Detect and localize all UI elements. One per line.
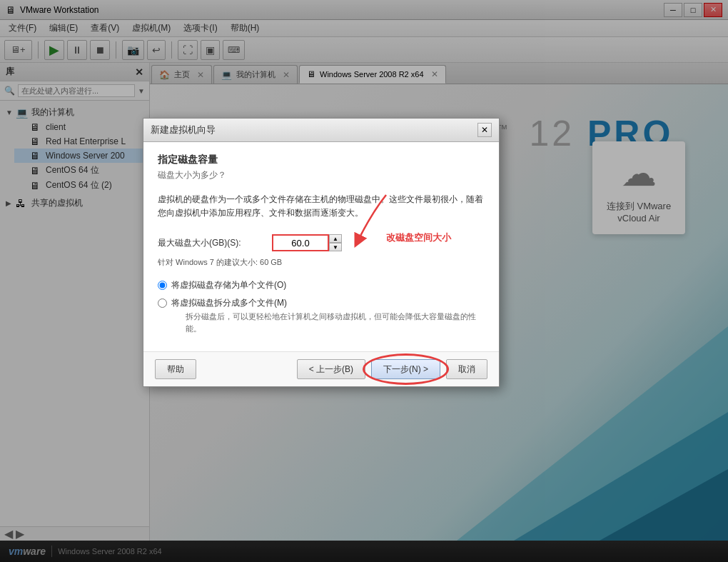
dialog-overlay: 新建虚拟机向导 ✕ 指定磁盘容量 磁盘大小为多少？ 虚拟机的硬盘作为一个或多个文… xyxy=(0,0,728,562)
disk-size-label: 最大磁盘大小(GB)(S): xyxy=(158,237,272,249)
dialog-footer-right: < 上一步(B) 下一步(N) > 取消 xyxy=(297,359,487,379)
section-title: 指定磁盘容量 xyxy=(158,154,485,166)
spinner-up-button[interactable]: ▲ xyxy=(329,234,342,243)
disk-size-input[interactable] xyxy=(272,234,329,251)
dialog-title: 新建虚拟机向导 xyxy=(151,124,216,136)
dialog-description: 虚拟机的硬盘作为一个或多个文件存储在主机的物理磁盘中。这些文件最初很小，随着您向… xyxy=(158,193,485,220)
radio-row-single: 将虚拟磁盘存储为单个文件(O) xyxy=(158,279,485,291)
dialog-titlebar: 新建虚拟机向导 ✕ xyxy=(143,119,499,142)
radio-split-file[interactable] xyxy=(158,298,167,308)
spinner-down-button[interactable]: ▼ xyxy=(329,243,342,251)
radio-split-desc: 拆分磁盘后，可以更轻松地在计算机之间移动虚拟机，但可能会降低大容量磁盘的性能。 xyxy=(186,311,485,334)
next-button-wrap: 下一步(N) > xyxy=(371,359,440,379)
radio-group: 将虚拟磁盘存储为单个文件(O) 将虚拟磁盘拆分成多个文件(M) 拆分磁盘后，可以… xyxy=(158,279,485,334)
next-button[interactable]: 下一步(N) > xyxy=(371,359,440,379)
new-vm-wizard-dialog: 新建虚拟机向导 ✕ 指定磁盘容量 磁盘大小为多少？ 虚拟机的硬盘作为一个或多个文… xyxy=(143,118,500,387)
disk-size-spinners: ▲ ▼ xyxy=(329,234,342,251)
disk-recommend: 针对 Windows 7 的建议大小: 60 GB xyxy=(158,257,485,268)
radio-split-label: 将虚拟磁盘拆分成多个文件(M) xyxy=(171,297,485,309)
disk-size-row: 最大磁盘大小(GB)(S): ▲ ▼ 改磁盘空间大小 xyxy=(158,234,485,251)
disk-size-input-wrap: ▲ ▼ xyxy=(272,234,342,251)
radio-single-label: 将虚拟磁盘存储为单个文件(O) xyxy=(171,279,286,291)
radio-row-split: 将虚拟磁盘拆分成多个文件(M) 拆分磁盘后，可以更轻松地在计算机之间移动虚拟机，… xyxy=(158,297,485,334)
annotation-text: 改磁盘空间大小 xyxy=(386,231,451,244)
help-button[interactable]: 帮助 xyxy=(155,359,196,379)
cancel-button[interactable]: 取消 xyxy=(446,359,487,379)
prev-button[interactable]: < 上一步(B) xyxy=(297,359,365,379)
dialog-body: 指定磁盘容量 磁盘大小为多少？ 虚拟机的硬盘作为一个或多个文件存储在主机的物理磁… xyxy=(143,142,499,351)
dialog-footer: 帮助 < 上一步(B) 下一步(N) > 取消 xyxy=(143,351,499,386)
dialog-close-button[interactable]: ✕ xyxy=(477,123,492,137)
radio-single-file[interactable] xyxy=(158,281,167,290)
section-sub: 磁盘大小为多少？ xyxy=(158,169,485,181)
